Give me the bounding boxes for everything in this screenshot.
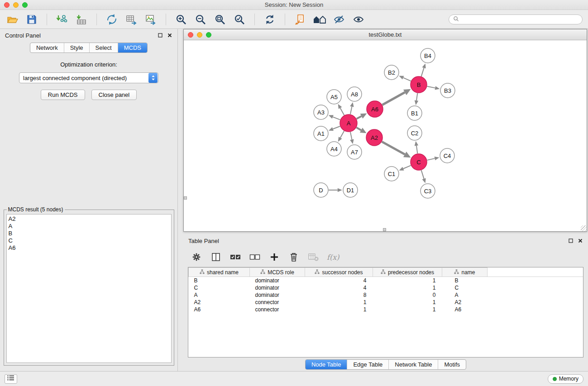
settings-icon[interactable] <box>191 251 202 263</box>
delete-row-icon[interactable] <box>288 251 300 263</box>
table-cell[interactable]: 4 <box>305 277 373 284</box>
search-field[interactable] <box>449 14 583 24</box>
table-cell[interactable]: B <box>442 277 488 284</box>
tab-motifs[interactable]: Motifs <box>438 360 466 369</box>
tab-style[interactable]: Style <box>64 43 89 52</box>
column-header-shared-name[interactable]: shared name <box>189 268 250 277</box>
network-window-titlebar[interactable]: testGlobe.txt <box>184 29 587 40</box>
table-cell[interactable]: 4 <box>305 284 373 291</box>
resize-grip[interactable] <box>581 225 587 231</box>
table-cell[interactable]: 1 <box>305 306 373 313</box>
zoom-in-icon[interactable] <box>174 13 188 26</box>
table-cell[interactable]: B <box>189 277 250 284</box>
table-cell[interactable]: 1 <box>305 299 373 306</box>
graph-edge-A-A4[interactable] <box>340 131 344 138</box>
search-input[interactable] <box>461 16 578 23</box>
close-panel-icon[interactable] <box>167 33 172 38</box>
graph-edge-C-C3[interactable] <box>421 170 424 179</box>
graph-edge-A2-C[interactable] <box>382 142 405 154</box>
column-header-MCDS-role[interactable]: MCDS role <box>250 268 305 277</box>
table-cell[interactable]: C <box>442 284 488 291</box>
graph-edge-C-C4[interactable] <box>427 158 435 160</box>
table-row[interactable]: A2connector11A2 <box>189 299 583 306</box>
function-builder-button[interactable]: f(x) <box>327 253 339 262</box>
select-all-icon[interactable] <box>229 251 241 263</box>
column-header-predecessor-nodes[interactable]: predecessor nodes <box>373 268 442 277</box>
table-cell[interactable]: A2 <box>189 299 250 306</box>
add-row-icon[interactable] <box>268 251 280 263</box>
clear-table-icon[interactable] <box>307 251 319 263</box>
graph-edge-A-A6[interactable] <box>357 116 362 119</box>
column-header-name[interactable]: name <box>442 268 488 277</box>
table-cell[interactable]: 1 <box>373 284 442 291</box>
table-cell[interactable]: A <box>442 291 488 299</box>
task-history-button[interactable] <box>5 374 17 384</box>
export-network-icon[interactable] <box>105 13 119 26</box>
network-zoom-icon[interactable] <box>206 32 211 38</box>
table-cell[interactable]: dominator <box>250 291 305 299</box>
deselect-all-icon[interactable] <box>249 251 261 263</box>
table-cell[interactable]: dominator <box>250 284 305 291</box>
graph-edge-A-A5[interactable] <box>340 108 344 115</box>
table-cell[interactable]: dominator <box>250 277 305 284</box>
zoom-selected-icon[interactable] <box>233 13 246 26</box>
run-mcds-button[interactable]: Run MCDS <box>41 90 85 100</box>
table-cell[interactable]: A2 <box>442 299 488 306</box>
network-overview-icon[interactable] <box>313 13 326 26</box>
table-cell[interactable]: C <box>189 284 250 291</box>
table-cell[interactable]: A6 <box>189 306 250 313</box>
table-row[interactable]: Adominator80A <box>189 291 583 299</box>
columns-icon[interactable] <box>210 251 222 263</box>
tab-mcds[interactable]: MCDS <box>118 43 147 52</box>
close-table-panel-icon[interactable] <box>578 238 583 243</box>
graph-edge-B-B2[interactable] <box>403 78 411 81</box>
graph-edge-B-B1[interactable] <box>416 93 417 100</box>
vertical-scroll-marker[interactable] <box>184 196 187 200</box>
table-row[interactable]: Bdominator41B <box>189 277 583 284</box>
table-cell[interactable]: A6 <box>442 306 488 313</box>
zoom-window-icon[interactable] <box>22 2 28 8</box>
table-cell[interactable]: 1 <box>373 277 442 284</box>
network-canvas[interactable]: AA1A2A3A4A5A6A7A8BB1B2B3B4CC1C2C3C4DD1 <box>184 40 587 231</box>
tab-node-table[interactable]: Node Table <box>306 360 347 369</box>
hide-selected-icon[interactable] <box>332 13 346 26</box>
graph-edge-A-A1[interactable] <box>333 126 340 129</box>
float-table-panel-icon[interactable] <box>568 238 574 243</box>
import-network-icon[interactable] <box>55 13 69 26</box>
column-header-successor-nodes[interactable]: successor nodes <box>305 268 373 277</box>
save-session-icon[interactable] <box>25 13 38 26</box>
dropdown-stepper-icon[interactable] <box>148 73 158 83</box>
open-file-icon[interactable] <box>5 13 19 26</box>
table-cell[interactable]: A <box>189 291 250 299</box>
graph-edge-A-A7[interactable] <box>350 132 352 140</box>
show-graphics-icon[interactable] <box>352 13 365 26</box>
table-cell[interactable]: 1 <box>373 306 442 313</box>
graph-edge-A6-B[interactable] <box>382 92 405 105</box>
float-panel-icon[interactable] <box>158 33 163 38</box>
optimization-criterion-dropdown[interactable]: largest connected component (directed) <box>19 72 158 83</box>
table-cell[interactable]: connector <box>250 306 305 313</box>
graph-edge-C-C1[interactable] <box>403 166 411 169</box>
graph-edge-A-A3[interactable] <box>333 117 340 119</box>
zoom-out-icon[interactable] <box>194 13 207 26</box>
tab-select[interactable]: Select <box>89 43 118 52</box>
first-neighbors-icon[interactable] <box>293 13 307 26</box>
import-table-icon[interactable] <box>75 13 88 26</box>
graph-edge-A-A2[interactable] <box>356 128 361 130</box>
graph-edge-C-C2[interactable] <box>416 146 417 153</box>
refresh-view-icon[interactable] <box>263 13 277 26</box>
horizontal-scroll-marker[interactable] <box>383 228 386 231</box>
table-row[interactable]: A6connector11A6 <box>189 306 583 313</box>
table-cell[interactable]: 0 <box>373 291 442 299</box>
table-cell[interactable]: 8 <box>305 291 373 299</box>
export-image-icon[interactable] <box>144 13 158 26</box>
tab-edge-table[interactable]: Edge Table <box>347 360 388 369</box>
table-row[interactable]: Cdominator41C <box>189 284 583 291</box>
tab-network[interactable]: Network <box>30 43 64 52</box>
graph-edge-A-A8[interactable] <box>350 107 352 114</box>
network-minimize-icon[interactable] <box>197 32 202 38</box>
zoom-fit-icon[interactable] <box>213 13 227 26</box>
memory-button[interactable]: Memory <box>548 374 583 384</box>
graph-edge-B-B4[interactable] <box>421 68 424 76</box>
minimize-window-icon[interactable] <box>13 2 19 8</box>
